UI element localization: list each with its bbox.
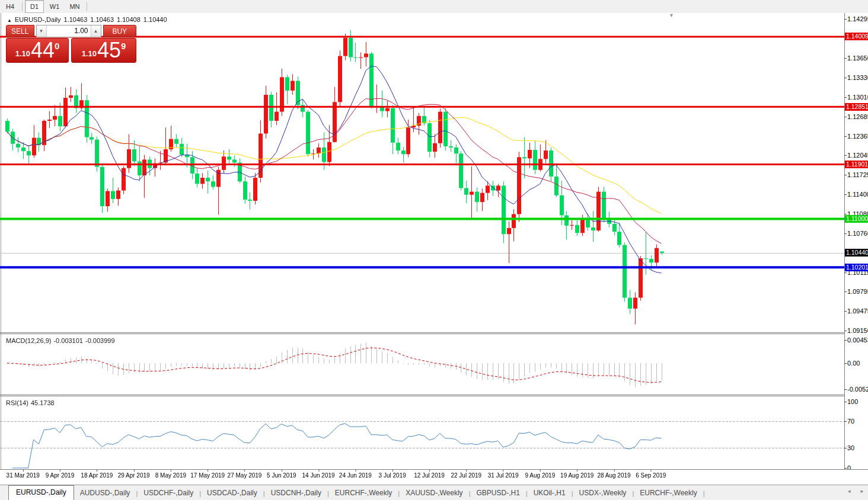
current-price-label: 1.10440: [845, 249, 868, 257]
hline-price-label: 1.14009: [845, 33, 868, 40]
chart-tab-ukoil-h1[interactable]: UKOil-,H1: [528, 486, 572, 500]
date-axis-label: 9 Apr 2019: [46, 472, 74, 479]
chart-shift-icon[interactable]: ▼: [669, 12, 674, 18]
timeframe-toolbar: H4D1W1MN: [0, 0, 868, 14]
sell-button[interactable]: SELL: [6, 25, 34, 37]
timeframe-button-h4[interactable]: H4: [1, 0, 20, 13]
macd-axis-tick: 0.00: [847, 360, 867, 367]
hline-price-label: 1.10201: [845, 264, 868, 271]
rsi-value: 45.1738: [31, 399, 55, 406]
y-axis-tick: 1.09475: [847, 307, 867, 315]
ask-big-digits: 45: [97, 40, 121, 60]
ask-prefix: 1.10: [82, 49, 97, 58]
date-axis-label: 19 Aug 2019: [560, 472, 593, 479]
rsi-label: RSI(14)45.1738: [6, 399, 57, 406]
y-axis-tick: 1.14295: [847, 15, 867, 23]
rsi-axis-tick: 100: [847, 398, 867, 406]
chart-tab-usdx-weekly[interactable]: USDX-,Weekly: [573, 486, 633, 500]
date-axis-label: 28 Aug 2019: [597, 472, 630, 479]
macd-axis-tick: -0.005205: [847, 386, 867, 393]
hline-price-label: 1.11000: [845, 215, 868, 223]
y-axis-tick: 1.13330: [847, 74, 867, 82]
date-axis-label: 17 May 2019: [190, 472, 225, 479]
bid-prefix: 1.10: [15, 49, 30, 58]
date-axis-label: 6 Sep 2019: [636, 472, 666, 479]
one-click-trade-panel: SELL ▼ 1.00 ▲ BUY 1.10 44 0 1.10 45 9: [6, 25, 136, 63]
volume-decrease-button[interactable]: ▼: [37, 25, 46, 37]
trading-terminal: { "toolbar": { "timeframes": [ {"label":…: [0, 0, 868, 500]
chart-title-bar: ▲EURUSD-,Daily1.104631.104631.104081.104…: [7, 16, 167, 23]
rsi-axis-tick: 30: [847, 444, 867, 452]
y-axis-tick: 1.11725: [847, 171, 867, 179]
tab-scroll-left-icon[interactable]: ◄: [847, 489, 851, 494]
hline-price-label: 1.12851: [845, 103, 868, 111]
date-axis-label: 31 Jul 2019: [488, 472, 519, 479]
macd-axis-tick: 0.004536: [847, 336, 867, 344]
chart-tab-xauusd-weekly[interactable]: XAUUSD-,Weekly: [400, 486, 468, 500]
hline-price-label: 1.11901: [845, 161, 868, 168]
chart-tab-eurchf-weekly[interactable]: EURCHF-,Weekly: [634, 486, 703, 500]
y-axis-tick: 1.09150: [847, 327, 867, 335]
date-axis-label: 14 Jun 2019: [302, 472, 335, 479]
y-axis-tick: 1.13010: [847, 94, 867, 101]
y-axis-tick: 1.09795: [847, 288, 867, 296]
volume-increase-button[interactable]: ▲: [91, 25, 101, 37]
bid-price-box[interactable]: 1.10 44 0: [6, 38, 69, 63]
chart-tab-usdcad-daily[interactable]: USDCAD-,Daily: [201, 486, 263, 500]
toolbar-separator: [87, 2, 87, 11]
chart-tab-gbpusd-h1[interactable]: GBPUSD-,H1: [470, 486, 525, 500]
y-axis-tick: 1.12365: [847, 133, 867, 140]
date-axis-label: 8 May 2019: [155, 472, 186, 479]
date-axis[interactable]: 31 Mar 20199 Apr 201918 Apr 201929 Apr 2…: [0, 469, 868, 485]
chart-tab-eurchf-weekly[interactable]: EURCHF-,Weekly: [329, 486, 398, 500]
rsi-panel-canvas[interactable]: [0, 396, 844, 469]
caret-up-icon: ▲: [94, 28, 98, 34]
date-axis-label: 24 Jun 2019: [339, 472, 372, 479]
ask-pip-digit: 9: [121, 41, 126, 51]
timeframe-button-w1[interactable]: W1: [45, 0, 64, 13]
price-axis-border: [844, 13, 845, 469]
macd-label: MACD(12,26,9)-0.003101-0.003999: [6, 337, 117, 344]
volume-input[interactable]: 1.00: [46, 25, 91, 37]
timeframe-button-d1[interactable]: D1: [25, 0, 44, 13]
macd-value-signal: -0.003999: [85, 337, 115, 344]
ohlc-low: 1.10408: [117, 16, 141, 23]
tab-scroll-buttons: ◄ ►: [847, 489, 864, 494]
macd-value-main: -0.003101: [53, 337, 83, 344]
chart-tab-usdchf-daily[interactable]: USDCHF-,Daily: [138, 486, 199, 500]
y-axis-tick: 1.12685: [847, 113, 867, 121]
date-axis-label: 18 Apr 2019: [81, 472, 113, 479]
chart-symbol-title: EURUSD-,Daily: [15, 16, 61, 23]
timeframe-button-mn[interactable]: MN: [65, 0, 84, 13]
panel-splitter[interactable]: [0, 395, 844, 395]
date-axis-label: 22 Jul 2019: [451, 472, 481, 479]
y-axis-tick: 1.12045: [847, 152, 867, 159]
buy-button[interactable]: BUY: [103, 25, 136, 37]
date-axis-label: 31 Mar 2019: [7, 472, 40, 479]
date-axis-label: 12 Jul 2019: [414, 472, 445, 479]
date-axis-label: 27 May 2019: [228, 472, 262, 479]
tab-scroll-right-icon[interactable]: ►: [860, 489, 864, 494]
chart-tab-usdcnh-daily[interactable]: USDCNH-,Daily: [265, 486, 327, 500]
y-axis-tick: 1.13650: [847, 55, 867, 62]
tab-separator: |: [703, 490, 705, 500]
ask-price-box[interactable]: 1.10 45 9: [71, 38, 136, 63]
collapse-icon[interactable]: ▲: [7, 18, 12, 23]
bid-big-digits: 44: [31, 40, 55, 60]
date-axis-label: 29 Apr 2019: [118, 472, 150, 479]
chart-tab-audusd-daily[interactable]: AUDUSD-,Daily: [74, 486, 136, 500]
chart-tab-eurusd-daily[interactable]: EURUSD-,Daily: [8, 485, 74, 500]
chart-tab-bar: EURUSD-,DailyAUDUSD-,Daily|USDCHF-,Daily…: [0, 485, 868, 500]
y-axis-tick: 1.10760: [847, 230, 867, 238]
macd-name: MACD(12,26,9): [6, 337, 51, 344]
ohlc-close: 1.10440: [143, 16, 167, 23]
caret-down-icon: ▼: [39, 28, 44, 34]
macd-panel-canvas[interactable]: [0, 334, 844, 395]
ohlc-high: 1.10463: [90, 16, 114, 23]
date-axis-label: 5 Jun 2019: [267, 472, 296, 479]
panel-splitter[interactable]: [0, 332, 844, 333]
y-axis-tick: 1.11400: [847, 191, 867, 198]
volume-stepper: ▼ 1.00 ▲: [36, 25, 101, 37]
ohlc-open: 1.10463: [64, 16, 88, 23]
date-axis-label: 9 Aug 2019: [525, 472, 556, 479]
